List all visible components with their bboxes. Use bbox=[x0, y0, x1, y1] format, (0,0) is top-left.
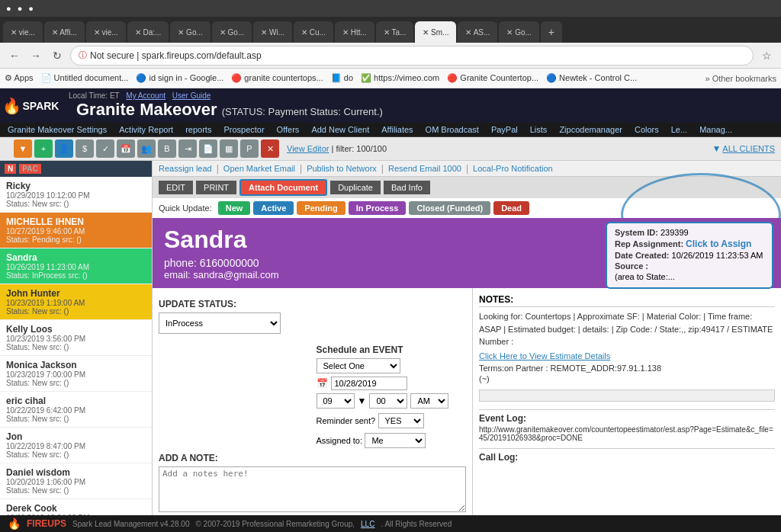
lead-item-monica[interactable]: Monica Jackson 10/23/2019 7:00:00 PM Sta… bbox=[0, 356, 152, 392]
status-new-button[interactable]: New bbox=[218, 201, 251, 215]
nav-prospector[interactable]: Prospector bbox=[223, 125, 264, 134]
browser-tab-12[interactable]: ✕ Go... bbox=[499, 21, 538, 43]
bookmark-apps[interactable]: ⚙ Apps bbox=[5, 73, 34, 83]
bookmark-granite2[interactable]: 🔴 Granite Countertop... bbox=[447, 73, 538, 83]
lead-item-john[interactable]: John Hunter 10/23/2019 1:19:00 AM Status… bbox=[0, 284, 152, 320]
publish-networx-link[interactable]: Publish to Networx bbox=[307, 164, 377, 173]
bookmark-vimeo[interactable]: ✅ https://vimeo.com bbox=[361, 73, 439, 83]
back-button[interactable]: ← bbox=[6, 47, 23, 64]
status-select[interactable]: InProcess New Active Pending Closed (Fun… bbox=[159, 312, 281, 334]
nav-affiliates[interactable]: Affiliates bbox=[381, 125, 413, 134]
browser-tab-3[interactable]: ✕ vie... bbox=[86, 21, 126, 43]
view-editor-anchor[interactable]: View Editor bbox=[287, 144, 329, 153]
event-date-input[interactable] bbox=[331, 377, 407, 390]
lead-item-michelle[interactable]: MICHELLE IHNEN 10/27/2019 9:46:00 AM Sta… bbox=[0, 213, 152, 248]
rep-assignment-link[interactable]: Click to Assign bbox=[686, 239, 751, 249]
nav-colors[interactable]: Colors bbox=[635, 125, 659, 134]
browser-tab-active[interactable]: ✕ Sm... bbox=[415, 21, 456, 43]
calendar-icon[interactable]: 📅 bbox=[117, 139, 135, 158]
dollar-icon[interactable]: $ bbox=[76, 139, 94, 158]
add-icon[interactable]: + bbox=[34, 139, 53, 158]
footer-llc-link[interactable]: LLC bbox=[361, 520, 374, 528]
lead-item-eric[interactable]: eric cihal 10/22/2019 6:42:00 PM Status:… bbox=[0, 392, 152, 428]
bar-icon[interactable]: B bbox=[158, 139, 176, 158]
all-clients-btn[interactable]: ▼ ALL CLIENTS bbox=[712, 143, 775, 154]
bookmark-granite[interactable]: 🔴 granite countertops... bbox=[231, 73, 323, 83]
nav-lists[interactable]: Lists bbox=[530, 125, 548, 134]
nav-paypal[interactable]: PayPal bbox=[491, 125, 518, 134]
lead-item-sandra[interactable]: Sandra 10/26/2019 11:23:00 AM Status: In… bbox=[0, 248, 152, 284]
open-market-email-link[interactable]: Open Market Email bbox=[223, 164, 295, 173]
status-pending-button[interactable]: Pending bbox=[297, 201, 345, 215]
forward-button[interactable]: → bbox=[27, 47, 44, 64]
other-bookmarks[interactable]: » Other bookmarks bbox=[705, 74, 776, 83]
nav-zipcode[interactable]: Zipcodemanager bbox=[559, 125, 622, 134]
view-editor-link[interactable]: View Editor | filter: 100/100 bbox=[287, 144, 387, 153]
nav-manag[interactable]: Manag... bbox=[699, 125, 732, 134]
assigned-select[interactable]: Me bbox=[365, 433, 426, 448]
edit-button[interactable]: EDIT bbox=[159, 181, 193, 194]
user-guide-link[interactable]: User Guide bbox=[172, 91, 211, 100]
browser-tab-9[interactable]: ✕ Htt... bbox=[335, 21, 374, 43]
pay-icon[interactable]: P bbox=[240, 139, 259, 158]
table-icon[interactable]: ▦ bbox=[220, 139, 238, 158]
all-clients-link[interactable]: ALL CLIENTS bbox=[722, 144, 775, 153]
browser-tab-8[interactable]: ✕ Cu... bbox=[294, 21, 333, 43]
my-account-link[interactable]: My Account bbox=[126, 91, 166, 100]
browser-tab-1[interactable]: ✕ vie... bbox=[3, 21, 43, 43]
estimate-details-link[interactable]: Click Here to View Estimate Details bbox=[479, 351, 775, 361]
resend-email-link[interactable]: Resend Email 1000 bbox=[388, 164, 461, 173]
browser-tab-new[interactable]: + bbox=[541, 21, 562, 43]
bad-info-button[interactable]: Bad Info bbox=[384, 181, 430, 194]
check-icon[interactable]: ✓ bbox=[96, 139, 114, 158]
nav-reports[interactable]: reports bbox=[185, 125, 211, 134]
status-closed-button[interactable]: Closed (Funded) bbox=[409, 201, 490, 215]
note-textarea[interactable] bbox=[159, 466, 466, 512]
status-inprocess-button[interactable]: In Process bbox=[349, 201, 407, 215]
lead-item-jon[interactable]: Jon 10/22/2019 8:47:00 PM Status: New sr… bbox=[0, 428, 152, 463]
x-icon[interactable]: ✕ bbox=[261, 139, 279, 158]
bookmark-untitled[interactable]: 📄 Untitled document... bbox=[41, 73, 129, 83]
lead-item-derek[interactable]: Derek Cook 10/20/2019 12:24:00 PM Status… bbox=[0, 499, 152, 515]
nav-offers[interactable]: Offers bbox=[277, 125, 300, 134]
event-hour-select[interactable]: 09 bbox=[317, 393, 355, 409]
print-button[interactable]: PRINT bbox=[196, 181, 236, 194]
browser-tab-4[interactable]: ✕ Da:... bbox=[127, 21, 169, 43]
nav-om-broadcast[interactable]: OM Broadcast bbox=[426, 125, 479, 134]
lead-item-daniel[interactable]: Daniel wisdom 10/20/2019 1:06:00 PM Stat… bbox=[0, 463, 152, 499]
status-dead-button[interactable]: Dead bbox=[493, 201, 529, 215]
scroll-area[interactable] bbox=[479, 389, 775, 402]
event-type-select[interactable]: Select One Call Email Appointment bbox=[317, 358, 400, 373]
arrow-icon[interactable]: ⇥ bbox=[178, 139, 197, 158]
browser-tab-5[interactable]: ✕ Go... bbox=[170, 21, 210, 43]
event-ampm-select[interactable]: AM PM bbox=[410, 393, 448, 409]
lead-item-kelly[interactable]: Kelly Loos 10/23/2019 3:56:00 PM Status:… bbox=[0, 320, 152, 356]
star-button[interactable]: ☆ bbox=[758, 47, 775, 64]
bookmark-newtek[interactable]: 🔵 Newtek - Control C... bbox=[546, 73, 637, 83]
browser-tab-11[interactable]: ✕ AS... bbox=[458, 21, 497, 43]
bookmark-do[interactable]: 📘 do bbox=[331, 73, 353, 83]
browser-tab-6[interactable]: ✕ Go... bbox=[212, 21, 252, 43]
lead-item-ricky[interactable]: Ricky 10/29/2019 10:12:00 PM Status: New… bbox=[0, 177, 152, 213]
browser-tab-2[interactable]: ✕ Affi... bbox=[44, 21, 85, 43]
browser-tab-7[interactable]: ✕ Wi... bbox=[253, 21, 292, 43]
reload-button[interactable]: ↻ bbox=[49, 47, 66, 64]
duplicate-button[interactable]: Duplicate bbox=[330, 181, 381, 194]
local-pro-link[interactable]: Local-Pro Notification bbox=[473, 164, 553, 173]
nav-le[interactable]: Le... bbox=[671, 125, 687, 134]
person-icon[interactable]: 👤 bbox=[55, 139, 73, 158]
nav-activity[interactable]: Activity Report bbox=[119, 125, 173, 134]
doc-icon[interactable]: 📄 bbox=[199, 139, 217, 158]
url-bar[interactable]: ⓘ Not secure | spark.fireups.com/default… bbox=[70, 46, 754, 66]
filter-icon[interactable]: ▼ bbox=[14, 139, 32, 158]
browser-tab-10[interactable]: ✕ Ta... bbox=[376, 21, 414, 43]
attach-document-button[interactable]: Attach Document bbox=[239, 179, 327, 196]
people-icon[interactable]: 👥 bbox=[137, 139, 156, 158]
status-active-button[interactable]: Active bbox=[253, 201, 294, 215]
nav-add-client[interactable]: Add New Client bbox=[311, 125, 369, 134]
nav-settings[interactable]: Granite Makeover Settings bbox=[8, 125, 107, 134]
reassign-lead-link[interactable]: Reassign lead bbox=[159, 164, 212, 173]
event-minute-select[interactable]: 00 bbox=[369, 393, 407, 409]
bookmark-signin[interactable]: 🔵 id sign in - Google... bbox=[136, 73, 223, 83]
reminder-select[interactable]: YES NO bbox=[378, 413, 424, 428]
